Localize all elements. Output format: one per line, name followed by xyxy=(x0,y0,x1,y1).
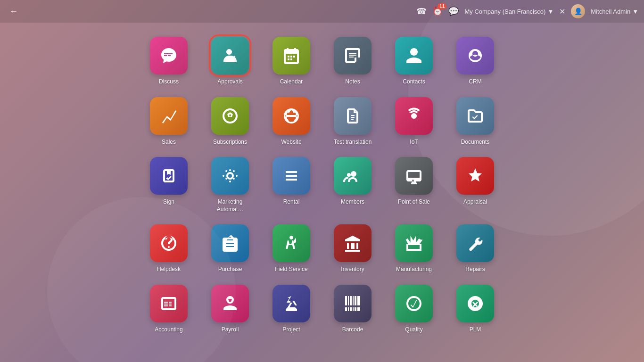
app-icon-rental xyxy=(272,157,310,195)
app-label-appraisal: Appraisal xyxy=(463,198,487,206)
company-dropdown-icon: ▼ xyxy=(547,8,553,15)
app-label-barcode: Barcode xyxy=(342,326,363,334)
app-icon-notes xyxy=(334,37,372,74)
app-item-testtrans[interactable]: Test translation xyxy=(327,97,379,146)
app-item-members[interactable]: Members xyxy=(327,157,379,213)
app-icon-sales xyxy=(150,97,188,135)
app-item-sign[interactable]: Sign xyxy=(143,157,195,213)
app-icon-barcode xyxy=(334,285,372,322)
app-label-accounting: Accounting xyxy=(155,326,182,334)
app-label-helpdesk: Helpdesk xyxy=(157,266,181,273)
back-button[interactable]: ← xyxy=(6,5,22,18)
user-name[interactable]: Mitchell Admin ▼ xyxy=(591,8,638,15)
app-item-rental[interactable]: Rental xyxy=(265,157,317,213)
app-item-payroll[interactable]: Payroll xyxy=(204,285,256,334)
app-icon-purchase xyxy=(211,224,249,262)
notification-count: 11 xyxy=(438,3,446,9)
avatar[interactable]: 👤 xyxy=(571,4,585,18)
app-item-iot[interactable]: IoT xyxy=(388,97,440,146)
app-label-contacts: Contacts xyxy=(403,78,425,86)
app-item-marketing[interactable]: Marketing Automat… xyxy=(204,157,256,213)
main-content: DiscussApprovalsCalendarNotesContactsCRM… xyxy=(0,23,644,362)
app-label-members: Members xyxy=(341,198,364,206)
app-item-pos[interactable]: Point of Sale xyxy=(388,157,440,213)
user-dropdown-icon: ▼ xyxy=(632,8,638,15)
app-icon-inventory xyxy=(334,224,372,262)
app-label-crm: CRM xyxy=(469,78,481,86)
app-label-approvals: Approvals xyxy=(217,78,242,86)
company-selector[interactable]: My Company (San Francisco) ▼ xyxy=(464,8,553,15)
app-label-repairs: Repairs xyxy=(465,266,485,273)
app-icon-website xyxy=(272,97,310,135)
app-icon-helpdesk xyxy=(150,224,188,262)
app-item-repairs[interactable]: Repairs xyxy=(449,224,501,273)
close-button[interactable]: ✕ xyxy=(559,7,565,16)
app-item-subscriptions[interactable]: Subscriptions xyxy=(204,97,256,146)
app-icon-pos xyxy=(395,157,433,195)
app-label-notes: Notes xyxy=(345,78,360,86)
app-label-quality: Quality xyxy=(405,326,422,334)
app-item-approvals[interactable]: Approvals xyxy=(204,37,256,86)
app-item-notes[interactable]: Notes xyxy=(327,37,379,86)
app-label-iot: IoT xyxy=(410,139,418,146)
app-label-manufacturing: Manufacturing xyxy=(396,266,432,273)
phone-icon[interactable]: ☎ xyxy=(416,6,427,16)
topnav-right: ☎ ⏰ 11 💬 My Company (San Francisco) ▼ ✕ … xyxy=(416,4,638,18)
app-item-helpdesk[interactable]: Helpdesk xyxy=(143,224,195,273)
app-label-purchase: Purchase xyxy=(218,266,242,273)
app-label-fieldservice: Field Service xyxy=(275,266,307,273)
app-label-payroll: Payroll xyxy=(222,326,239,334)
app-icon-contacts xyxy=(395,37,433,74)
app-label-discuss: Discuss xyxy=(159,78,179,86)
app-label-pos: Point of Sale xyxy=(398,198,430,206)
app-label-marketing: Marketing Automat… xyxy=(206,198,254,213)
app-item-documents[interactable]: Documents xyxy=(449,97,501,146)
app-label-subscriptions: Subscriptions xyxy=(213,139,247,146)
app-item-purchase[interactable]: Purchase xyxy=(204,224,256,273)
app-icon-accounting xyxy=(150,285,188,322)
app-item-project[interactable]: Project xyxy=(265,285,317,334)
topnav: ← ☎ ⏰ 11 💬 My Company (San Francisco) ▼ … xyxy=(0,0,644,23)
app-icon-marketing xyxy=(211,157,249,195)
app-icon-payroll xyxy=(211,285,249,322)
app-icon-iot xyxy=(395,97,433,135)
app-item-fieldservice[interactable]: Field Service xyxy=(265,224,317,273)
app-item-appraisal[interactable]: Appraisal xyxy=(449,157,501,213)
app-label-inventory: Inventory xyxy=(341,266,364,273)
app-icon-calendar xyxy=(272,37,310,74)
app-label-sign: Sign xyxy=(163,198,174,206)
app-icon-crm xyxy=(456,37,494,74)
app-label-sales: Sales xyxy=(162,139,176,146)
app-label-rental: Rental xyxy=(283,198,300,206)
app-icon-members xyxy=(334,157,372,195)
app-item-accounting[interactable]: Accounting xyxy=(143,285,195,334)
app-icon-project xyxy=(272,285,310,322)
company-name: My Company (San Francisco) xyxy=(464,8,545,15)
app-item-plm[interactable]: PLM xyxy=(449,285,501,334)
app-icon-quality xyxy=(395,285,433,322)
app-item-inventory[interactable]: Inventory xyxy=(327,224,379,273)
app-label-website: Website xyxy=(281,139,301,146)
app-item-manufacturing[interactable]: Manufacturing xyxy=(388,224,440,273)
topnav-left: ← xyxy=(6,5,22,18)
app-label-testtrans: Test translation xyxy=(334,139,372,146)
app-icon-fieldservice xyxy=(272,224,310,262)
app-item-calendar[interactable]: Calendar xyxy=(265,37,317,86)
apps-grid: DiscussApprovalsCalendarNotesContactsCRM… xyxy=(143,37,501,334)
notification-badge[interactable]: ⏰ 11 xyxy=(432,6,443,16)
app-label-project: Project xyxy=(282,326,300,334)
app-icon-approvals xyxy=(211,37,249,74)
app-item-contacts[interactable]: Contacts xyxy=(388,37,440,86)
app-icon-sign xyxy=(150,157,188,195)
app-item-barcode[interactable]: Barcode xyxy=(327,285,379,334)
chat-icon[interactable]: 💬 xyxy=(448,6,459,16)
app-label-plm: PLM xyxy=(470,326,481,334)
app-label-calendar: Calendar xyxy=(280,78,303,86)
app-item-website[interactable]: Website xyxy=(265,97,317,146)
app-icon-manufacturing xyxy=(395,224,433,262)
app-item-discuss[interactable]: Discuss xyxy=(143,37,195,86)
app-icon-testtrans xyxy=(334,97,372,135)
app-item-sales[interactable]: Sales xyxy=(143,97,195,146)
app-item-crm[interactable]: CRM xyxy=(449,37,501,86)
app-item-quality[interactable]: Quality xyxy=(388,285,440,334)
